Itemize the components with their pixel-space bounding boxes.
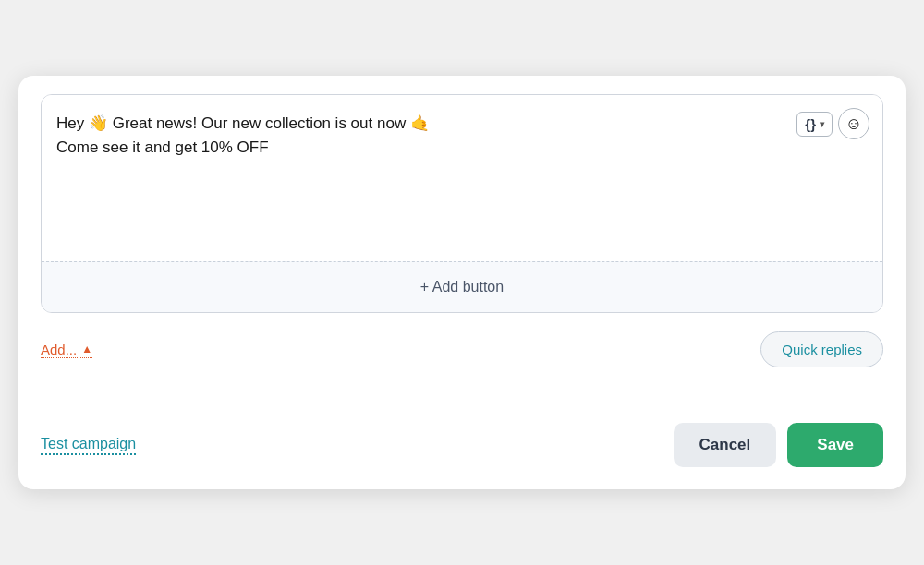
actions-row: Add... ▲ Quick replies xyxy=(41,331,883,367)
test-campaign-link[interactable]: Test campaign xyxy=(41,436,136,455)
add-button-section[interactable]: + Add button xyxy=(42,261,882,312)
footer-row: Test campaign Cancel Save xyxy=(41,423,883,467)
message-text: Hey 👋 Great news! Our new collection is … xyxy=(56,112,868,159)
quick-replies-button[interactable]: Quick replies xyxy=(760,331,883,367)
footer-buttons: Cancel Save xyxy=(674,423,883,467)
cancel-button[interactable]: Cancel xyxy=(674,423,777,467)
variable-insert-button[interactable]: {} ▾ xyxy=(796,112,833,137)
variable-icon: {} xyxy=(805,116,816,132)
message-text-area[interactable]: Hey 👋 Great news! Our new collection is … xyxy=(42,95,882,261)
caret-icon: ▾ xyxy=(820,119,824,129)
toolbar-icons: {} ▾ ☺ xyxy=(796,108,869,139)
add-button-label[interactable]: + Add button xyxy=(420,279,504,295)
add-link[interactable]: Add... ▲ xyxy=(41,342,92,358)
add-link-label: Add... xyxy=(41,342,77,357)
arrow-up-icon: ▲ xyxy=(81,343,92,355)
message-editor: Hey 👋 Great news! Our new collection is … xyxy=(41,94,883,313)
emoji-picker-button[interactable]: ☺ xyxy=(838,108,869,139)
save-button[interactable]: Save xyxy=(787,423,883,467)
emoji-icon: ☺ xyxy=(845,114,862,134)
compose-modal: Hey 👋 Great news! Our new collection is … xyxy=(18,76,906,489)
